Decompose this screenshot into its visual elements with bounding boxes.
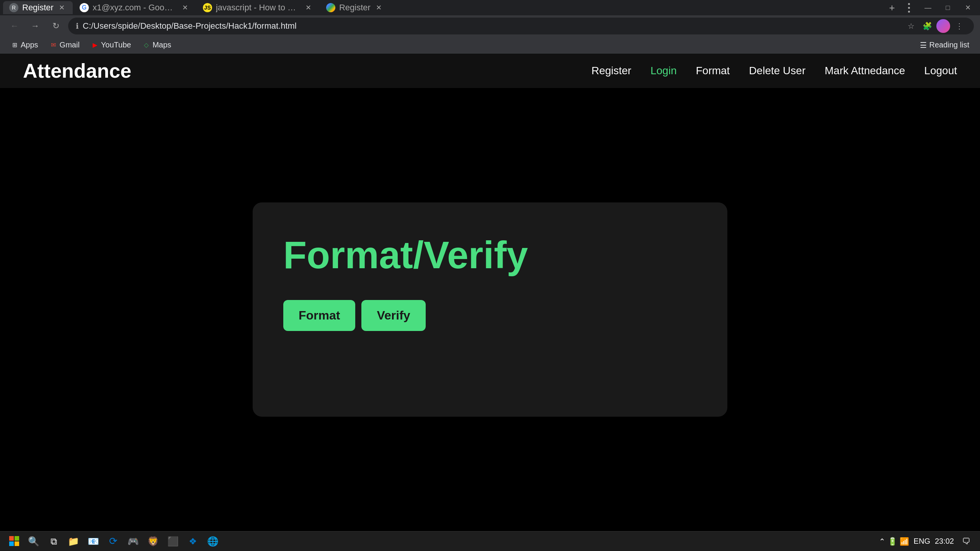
bookmark-gmail[interactable]: ✉ Gmail — [45, 38, 84, 52]
svg-rect-2 — [9, 541, 14, 546]
task-view-button[interactable]: ⧉ — [44, 532, 63, 551]
reading-list-button[interactable]: ☰ Reading list — [915, 38, 974, 52]
reload-button[interactable]: ↻ — [47, 18, 64, 34]
taskbar-lang: ENG — [914, 537, 930, 546]
start-button[interactable] — [6, 533, 23, 550]
tab-tab3[interactable]: JS javascript - How to select nth ite...… — [197, 1, 319, 14]
close-button[interactable]: ✕ — [959, 2, 977, 14]
taskbar-time: 23:02 — [935, 537, 954, 546]
tab-favicon-tab2: G — [80, 3, 89, 12]
card-buttons: FormatVerify — [283, 300, 697, 331]
tab-favicon-tab3: JS — [203, 3, 212, 12]
edge-button[interactable]: ⟳ — [104, 532, 122, 551]
nav-link-delete-user[interactable]: Delete User — [749, 65, 805, 77]
bookmark-youtube-label: YouTube — [101, 41, 131, 49]
bookmark-apps[interactable]: ⊞ Apps — [6, 38, 43, 52]
youtube-icon: ▶ — [91, 41, 99, 49]
address-text: C:/Users/spide/Desktop/Base-Projects/Hac… — [83, 21, 900, 31]
chrome-button[interactable]: 🌐 — [204, 532, 222, 551]
file-icon: ℹ — [76, 21, 79, 31]
maps-icon: ◇ — [142, 41, 150, 49]
format-verify-card: Format/Verify FormatVerify — [253, 202, 727, 417]
reading-list-label: Reading list — [929, 41, 969, 49]
nav-link-logout[interactable]: Logout — [924, 65, 957, 77]
bookmark-youtube[interactable]: ▶ YouTube — [87, 38, 136, 52]
nav-link-format[interactable]: Format — [696, 65, 730, 77]
tab-close-tab3[interactable]: ✕ — [304, 3, 313, 12]
notification-button[interactable]: 🗨 — [959, 534, 974, 549]
verify-btn[interactable]: Verify — [361, 300, 425, 331]
tab-label-tab2: x1@xyz.com - Google Search — [93, 3, 177, 13]
webpage-nav: RegisterLoginFormatDelete UserMark Attne… — [591, 65, 957, 77]
bookmark-star-icon[interactable]: ☆ — [904, 19, 918, 33]
gmail-icon: ✉ — [50, 41, 57, 49]
bookmark-maps[interactable]: ◇ Maps — [138, 38, 176, 52]
brave-button[interactable]: 🦁 — [144, 532, 162, 551]
bookmark-apps-label: Apps — [21, 41, 38, 49]
extensions-button[interactable]: 🧩 — [920, 19, 934, 33]
nav-link-login[interactable]: Login — [650, 65, 677, 77]
profile-button[interactable] — [936, 19, 950, 33]
webpage: Attendance RegisterLoginFormatDelete Use… — [0, 54, 980, 531]
nav-link-register[interactable]: Register — [591, 65, 631, 77]
format-btn[interactable]: Format — [283, 300, 355, 331]
svg-rect-3 — [15, 541, 19, 546]
reading-list-icon: ☰ — [920, 41, 927, 50]
browser-chrome: R Register ✕ G x1@xyz.com - Google Searc… — [0, 0, 980, 54]
browser-menu-button[interactable]: ⋮ — [952, 19, 966, 33]
bookmark-maps-label: Maps — [152, 41, 171, 49]
tab-favicon-tab4 — [326, 3, 335, 12]
tab-label-tab3: javascript - How to select nth ite... — [216, 3, 300, 13]
brand-logo: Attendance — [23, 59, 131, 82]
system-tray-icons: ⌃ 🔋 📶 — [879, 537, 909, 546]
tab-close-tab1[interactable]: ✕ — [57, 3, 67, 12]
back-button[interactable]: ← — [6, 18, 23, 34]
window-controls: — □ ✕ — [919, 2, 977, 14]
address-bar[interactable]: ℹ C:/Users/spide/Desktop/Base-Projects/H… — [68, 18, 974, 34]
search-taskbar-button[interactable]: 🔍 — [24, 532, 43, 551]
forward-button[interactable]: → — [27, 18, 44, 34]
webpage-main: Format/Verify FormatVerify — [0, 88, 980, 531]
title-bar: R Register ✕ G x1@xyz.com - Google Searc… — [0, 0, 980, 15]
taskbar: 🔍 ⧉ 📁 📧 ⟳ 🎮 🦁 ⬛ ❖ 🌐 ⌃ 🔋 📶 ENG 23:02 🗨 — [0, 531, 980, 551]
webpage-navbar: Attendance RegisterLoginFormatDelete Use… — [0, 54, 980, 88]
file-explorer-button[interactable]: 📁 — [64, 532, 83, 551]
tab-tab1[interactable]: R Register ✕ — [3, 1, 73, 14]
nav-bar: ← → ↻ ℹ C:/Users/spide/Desktop/Base-Proj… — [0, 15, 980, 37]
minimize-button[interactable]: — — [919, 2, 937, 14]
new-tab-button[interactable]: + — [885, 1, 899, 15]
terminal-button[interactable]: ⬛ — [164, 532, 182, 551]
tab-strip-menu[interactable] — [900, 0, 917, 16]
xbox-button[interactable]: 🎮 — [124, 532, 142, 551]
svg-rect-1 — [15, 536, 19, 541]
tab-close-tab4[interactable]: ✕ — [374, 3, 384, 12]
nav-link-mark-attendance[interactable]: Mark Attnedance — [825, 65, 905, 77]
svg-rect-0 — [9, 536, 14, 541]
taskbar-right: ⌃ 🔋 📶 ENG 23:02 🗨 — [879, 534, 974, 549]
apps-icon: ⊞ — [11, 41, 18, 49]
tab-tab2[interactable]: G x1@xyz.com - Google Search ✕ — [74, 1, 196, 14]
tab-label-tab1: Register — [22, 3, 54, 13]
vscode-button[interactable]: ❖ — [184, 532, 202, 551]
tab-favicon-tab1: R — [9, 3, 18, 12]
mail-button[interactable]: 📧 — [84, 532, 103, 551]
bookmarks-bar: ⊞ Apps ✉ Gmail ▶ YouTube ◇ Maps ☰ Readin… — [0, 37, 980, 54]
address-bar-right: ☆ 🧩 ⋮ — [904, 19, 966, 33]
tab-label-tab4: Register — [339, 3, 371, 13]
bookmark-gmail-label: Gmail — [60, 41, 80, 49]
maximize-button[interactable]: □ — [939, 2, 957, 14]
card-title: Format/Verify — [283, 233, 697, 277]
tab-tab4[interactable]: Register ✕ — [320, 1, 390, 14]
tab-close-tab2[interactable]: ✕ — [181, 3, 190, 12]
